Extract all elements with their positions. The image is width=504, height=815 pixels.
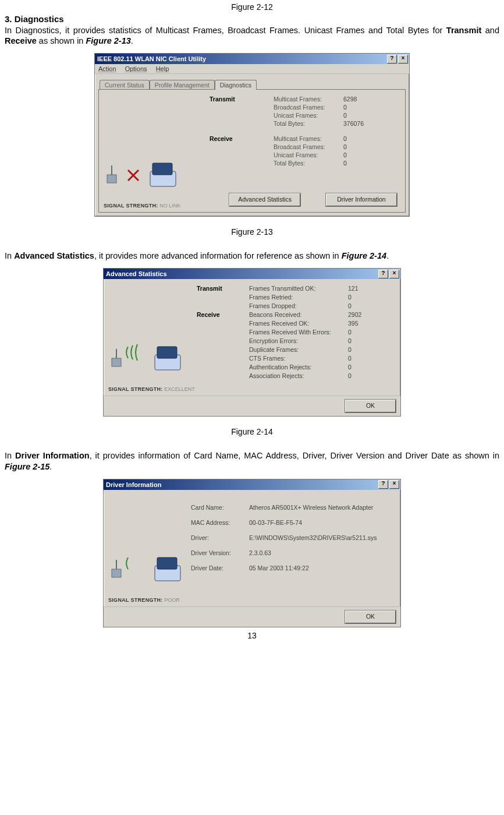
tx-broadcast-label: Broadcast Frames: — [274, 104, 343, 111]
svg-rect-0 — [107, 175, 116, 183]
help-button-icon[interactable]: ? — [387, 55, 397, 63]
svg-rect-6 — [112, 358, 121, 366]
duplicate-frames-value: 0 — [348, 346, 377, 353]
frames-received-errors-value: 0 — [348, 329, 377, 336]
figure-2-13-caption: Figure 2-13 — [5, 227, 499, 237]
tx-total-bytes-value: 376076 — [343, 120, 378, 127]
client-utility-dialog: IEEE 802.11 WLAN NIC Client Utility ? × … — [94, 53, 410, 217]
page-number: 13 — [5, 631, 499, 640]
advanced-statistics-dialog: Advanced Statistics ? × Transmit Frames … — [103, 268, 401, 417]
signal-strength: SIGNAL STRENGTH: EXCELLENT — [108, 386, 195, 392]
mac-address-label: MAC Address: — [191, 519, 249, 526]
window-title: IEEE 802.11 WLAN NIC Client Utility — [97, 55, 386, 62]
rx-multicast-value: 0 — [343, 135, 378, 142]
help-button-icon[interactable]: ? — [378, 270, 388, 278]
frames-transmitted-ok-value: 121 — [348, 285, 377, 292]
tx-multicast-value: 6298 — [343, 96, 378, 103]
titlebar[interactable]: IEEE 802.11 WLAN NIC Client Utility ? × — [95, 54, 409, 64]
svg-rect-13 — [157, 558, 177, 569]
signal-strength-value: EXCELLENT — [164, 386, 195, 392]
close-icon[interactable]: × — [389, 480, 399, 489]
titlebar[interactable]: Advanced Statistics ? × — [104, 269, 400, 279]
duplicate-frames-label: Duplicate Frames: — [249, 346, 348, 353]
tab-current-status[interactable]: Current Status — [100, 80, 150, 90]
driver-version-label: Driver Version: — [191, 549, 249, 556]
rx-total-bytes-label: Total Bytes: — [274, 160, 343, 167]
driver-label: Driver: — [191, 534, 249, 541]
menubar[interactable]: Action Options Help — [95, 64, 409, 74]
window-title: Advanced Statistics — [106, 270, 377, 277]
ok-button[interactable]: OK — [345, 400, 396, 412]
titlebar[interactable]: Driver Information ? × — [104, 479, 400, 490]
advanced-statistics-button[interactable]: Advanced Statistics — [229, 193, 300, 206]
close-icon[interactable]: × — [389, 270, 399, 278]
tab-diagnostics[interactable]: Diagnostics — [215, 80, 257, 90]
frames-retried-value: 0 — [348, 294, 377, 301]
beacons-received-value: 2902 — [348, 311, 377, 318]
driver-version-value: 2.3.0.63 — [249, 549, 395, 556]
transmit-heading: Transmit — [210, 96, 274, 103]
frames-received-ok-value: 395 — [348, 320, 377, 327]
signal-strength-label: SIGNAL STRENGTH: — [104, 203, 158, 209]
rx-broadcast-value: 0 — [343, 143, 378, 150]
signal-strength-label: SIGNAL STRENGTH: — [108, 386, 163, 392]
close-icon[interactable]: × — [398, 55, 408, 63]
tx-unicast-label: Unicast Frames: — [274, 112, 343, 119]
menu-action[interactable]: Action — [98, 65, 116, 72]
signal-strength-value: POOR — [164, 597, 180, 603]
beacons-received-label: Beacons Received: — [249, 311, 348, 318]
tabstrip: Current Status Profile Management Diagno… — [100, 77, 406, 89]
auth-rejects-label: Authentication Rejects: — [249, 364, 348, 371]
section-title-text: Diagnostics — [15, 14, 64, 24]
paragraph-advanced-stats: In Advanced Statistics, it provides more… — [5, 251, 499, 261]
diagnostics-panel: Transmit Multicast Frames: 6298 Broadcas… — [98, 89, 406, 213]
signal-strength-label: SIGNAL STRENGTH: — [108, 597, 163, 603]
rx-multicast-label: Multicast Frames: — [274, 135, 343, 142]
rx-broadcast-label: Broadcast Frames: — [274, 143, 343, 150]
receive-heading: Receive — [197, 311, 249, 318]
figure-2-14-caption: Figure 2-14 — [5, 427, 499, 436]
tx-multicast-label: Multicast Frames: — [274, 96, 343, 103]
assoc-rejects-label: Association Rejects: — [249, 372, 348, 379]
driver-information-button[interactable]: Driver Information — [326, 193, 397, 206]
tab-profile-management[interactable]: Profile Management — [150, 80, 215, 90]
window-title: Driver Information — [106, 481, 377, 488]
rx-total-bytes-value: 0 — [343, 160, 378, 167]
connection-graphic-no-link — [105, 157, 180, 192]
svg-rect-10 — [112, 569, 121, 577]
auth-rejects-value: 0 — [348, 364, 377, 371]
frames-received-errors-label: Frames Received With Errors: — [249, 329, 348, 336]
frames-received-ok-label: Frames Received OK: — [249, 320, 348, 327]
cts-frames-label: CTS Frames: — [249, 355, 348, 362]
tx-unicast-value: 0 — [343, 112, 378, 119]
tx-total-bytes-label: Total Bytes: — [274, 120, 343, 127]
tx-broadcast-value: 0 — [343, 104, 378, 111]
paragraph-driver-info: In Driver Information, it provides infor… — [5, 450, 499, 471]
cts-frames-value: 0 — [348, 355, 377, 362]
svg-rect-9 — [157, 347, 177, 358]
rx-unicast-label: Unicast Frames: — [274, 151, 343, 158]
driver-date-label: Driver Date: — [191, 564, 249, 571]
mac-address-value: 00-03-7F-BE-F5-74 — [249, 519, 395, 526]
encryption-errors-value: 0 — [348, 337, 377, 344]
transmit-heading: Transmit — [197, 285, 249, 292]
frames-dropped-value: 0 — [348, 302, 377, 309]
receive-heading: Receive — [210, 135, 274, 142]
menu-help[interactable]: Help — [156, 65, 169, 72]
driver-value: E:\WINDOWS\System32\DRIVERS\ar5211.sys — [249, 534, 395, 541]
card-name-value: Atheros AR5001X+ Wireless Network Adapte… — [249, 504, 395, 511]
driver-date-value: 05 Mar 2003 11:49:22 — [249, 564, 395, 571]
help-button-icon[interactable]: ? — [378, 480, 388, 489]
signal-strength-value: NO LINK — [159, 203, 180, 209]
signal-strength: SIGNAL STRENGTH: NO LINK — [104, 203, 180, 209]
figure-2-12-label: Figure 2-12 — [5, 2, 499, 12]
menu-options[interactable]: Options — [125, 65, 147, 72]
frames-dropped-label: Frames Dropped: — [249, 302, 348, 309]
ok-button[interactable]: OK — [345, 611, 396, 623]
section-number: 3. — [5, 14, 12, 24]
connection-graphic-excellent — [109, 341, 185, 376]
assoc-rejects-value: 0 — [348, 372, 377, 379]
signal-strength: SIGNAL STRENGTH: POOR — [108, 597, 180, 603]
svg-rect-3 — [152, 163, 172, 175]
frames-transmitted-ok-label: Frames Transmitted OK: — [249, 285, 348, 292]
